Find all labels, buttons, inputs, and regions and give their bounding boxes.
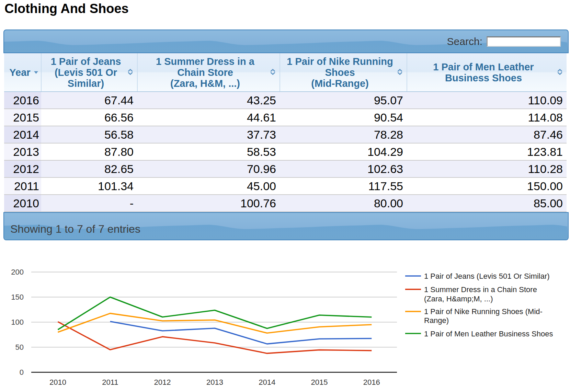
svg-text:1 Pair of Nike Running Shoes (: 1 Pair of Nike Running Shoes (Mid- — [424, 307, 543, 316]
svg-text:2015: 2015 — [311, 378, 328, 387]
svg-text:150: 150 — [11, 293, 24, 301]
svg-text:Range): Range) — [424, 316, 449, 325]
svg-text:2011: 2011 — [102, 378, 118, 387]
svg-text:2016: 2016 — [363, 378, 380, 387]
svg-text:200: 200 — [11, 268, 24, 276]
svg-text:100: 100 — [11, 318, 24, 326]
svg-text:1 Pair of Men Leather Business: 1 Pair of Men Leather Business Shoes — [424, 330, 553, 338]
svg-text:1 Pair of Jeans (Levis 501 Or: 1 Pair of Jeans (Levis 501 Or Similar) — [424, 272, 550, 280]
svg-text:(Zara, H&amp;M, ...): (Zara, H&amp;M, ...) — [424, 295, 493, 303]
svg-text:2013: 2013 — [206, 378, 223, 387]
svg-text:1 Summer Dress in a Chain Stor: 1 Summer Dress in a Chain Store — [424, 285, 537, 294]
svg-text:0: 0 — [20, 368, 24, 377]
svg-text:50: 50 — [15, 343, 24, 351]
svg-text:2012: 2012 — [154, 378, 171, 387]
svg-text:2010: 2010 — [49, 378, 66, 387]
svg-text:2014: 2014 — [259, 378, 275, 387]
